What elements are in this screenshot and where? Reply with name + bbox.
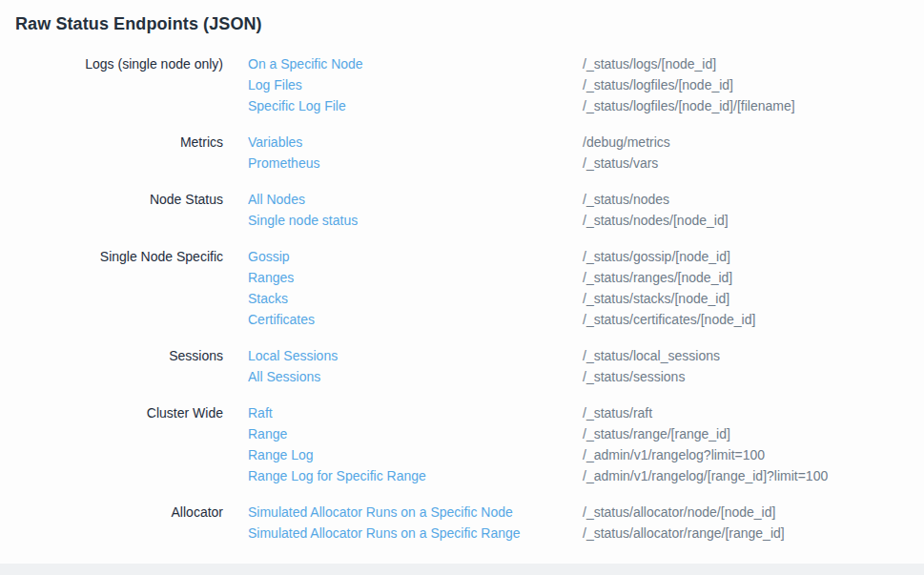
endpoint-row: Simulated Allocator Runs on a Specific R…: [248, 523, 924, 544]
section-rows: Simulated Allocator Runs on a Specific N…: [248, 502, 924, 544]
endpoint-row: Single node status /_status/nodes/[node_…: [248, 210, 924, 231]
endpoint-row: Specific Log File /_status/logfiles/[nod…: [248, 95, 924, 116]
endpoint-link[interactable]: Simulated Allocator Runs on a Specific R…: [248, 523, 583, 544]
endpoint-path: /_status/nodes: [583, 189, 669, 210]
category-label: Allocator: [0, 502, 248, 523]
endpoint-path: /_status/logfiles/[node_id]: [583, 74, 733, 95]
endpoint-row: Stacks /_status/stacks/[node_id]: [248, 288, 924, 309]
endpoint-path: /_status/raft: [583, 402, 652, 423]
endpoint-path: /_admin/v1/rangelog?limit=100: [583, 444, 765, 465]
page-title: Raw Status Endpoints (JSON): [15, 13, 924, 34]
endpoint-link[interactable]: Local Sessions: [248, 345, 583, 366]
endpoint-row: Range Log /_admin/v1/rangelog?limit=100: [248, 444, 924, 465]
endpoint-section: Metrics Variables /debug/metrics Prometh…: [0, 132, 924, 174]
endpoint-path: /_status/logs/[node_id]: [583, 53, 716, 74]
endpoint-section: Allocator Simulated Allocator Runs on a …: [0, 502, 924, 544]
endpoint-row: On a Specific Node /_status/logs/[node_i…: [248, 53, 924, 74]
section-rows: On a Specific Node /_status/logs/[node_i…: [248, 53, 924, 116]
endpoint-link[interactable]: Ranges: [248, 267, 583, 288]
endpoint-row: All Sessions /_status/sessions: [248, 366, 924, 387]
endpoint-path: /_status/ranges/[node_id]: [583, 267, 732, 288]
endpoint-section: Node Status All Nodes /_status/nodes Sin…: [0, 189, 924, 231]
endpoint-link[interactable]: Stacks: [248, 288, 583, 309]
endpoint-row: Simulated Allocator Runs on a Specific N…: [248, 502, 924, 523]
category-label: Single Node Specific: [0, 246, 248, 267]
endpoint-link[interactable]: Raft: [248, 402, 583, 423]
endpoint-path: /_status/sessions: [583, 366, 685, 387]
endpoint-path: /_status/local_sessions: [583, 345, 720, 366]
endpoint-section: Sessions Local Sessions /_status/local_s…: [0, 345, 924, 387]
endpoint-link[interactable]: All Nodes: [248, 189, 583, 210]
endpoint-link[interactable]: Single node status: [248, 210, 583, 231]
endpoint-link[interactable]: Log Files: [248, 74, 583, 95]
endpoint-link[interactable]: Specific Log File: [248, 95, 583, 116]
endpoint-link[interactable]: Prometheus: [248, 153, 583, 174]
endpoint-path: /_status/allocator/node/[node_id]: [583, 502, 775, 523]
endpoint-path: /_admin/v1/rangelog/[range_id]?limit=100: [583, 465, 828, 486]
footer-strip: [0, 564, 924, 575]
endpoint-row: Log Files /_status/logfiles/[node_id]: [248, 74, 924, 95]
category-label: Cluster Wide: [0, 402, 248, 423]
section-rows: Local Sessions /_status/local_sessions A…: [248, 345, 924, 387]
endpoint-link[interactable]: Range: [248, 423, 583, 444]
endpoint-row: Raft /_status/raft: [248, 402, 924, 423]
category-label: Metrics: [0, 132, 248, 153]
section-rows: All Nodes /_status/nodes Single node sta…: [248, 189, 924, 231]
endpoint-link[interactable]: Range Log: [248, 444, 583, 465]
endpoint-row: Range Log for Specific Range /_admin/v1/…: [248, 465, 924, 486]
section-rows: Raft /_status/raft Range /_status/range/…: [248, 402, 924, 486]
endpoint-row: Prometheus /_status/vars: [248, 153, 924, 174]
endpoint-section: Logs (single node only) On a Specific No…: [0, 53, 924, 116]
endpoint-row: Gossip /_status/gossip/[node_id]: [248, 246, 924, 267]
endpoint-path: /_status/vars: [583, 153, 658, 174]
endpoint-path: /_status/range/[range_id]: [583, 423, 730, 444]
endpoint-link[interactable]: Certificates: [248, 309, 583, 330]
endpoint-row: Local Sessions /_status/local_sessions: [248, 345, 924, 366]
endpoint-path: /_status/gossip/[node_id]: [583, 246, 730, 267]
endpoint-path: /_status/nodes/[node_id]: [583, 210, 729, 231]
section-rows: Variables /debug/metrics Prometheus /_st…: [248, 132, 924, 174]
endpoint-row: Range /_status/range/[range_id]: [248, 423, 924, 444]
endpoint-link[interactable]: On a Specific Node: [248, 53, 583, 74]
section-rows: Gossip /_status/gossip/[node_id] Ranges …: [248, 246, 924, 330]
endpoint-link[interactable]: Simulated Allocator Runs on a Specific N…: [248, 502, 583, 523]
endpoints-table: Logs (single node only) On a Specific No…: [0, 53, 924, 544]
category-label: Node Status: [0, 189, 248, 210]
endpoint-row: Variables /debug/metrics: [248, 132, 924, 153]
endpoint-link[interactable]: Range Log for Specific Range: [248, 465, 583, 486]
category-label: Sessions: [0, 345, 248, 366]
endpoint-path: /_status/logfiles/[node_id]/[filename]: [583, 95, 795, 116]
endpoint-link[interactable]: All Sessions: [248, 366, 583, 387]
endpoint-row: All Nodes /_status/nodes: [248, 189, 924, 210]
endpoint-row: Ranges /_status/ranges/[node_id]: [248, 267, 924, 288]
endpoint-link[interactable]: Variables: [248, 132, 583, 153]
endpoint-path: /_status/allocator/range/[range_id]: [583, 523, 785, 544]
category-label: Logs (single node only): [0, 53, 248, 74]
endpoint-path: /_status/certificates/[node_id]: [583, 309, 755, 330]
endpoint-path: /debug/metrics: [583, 132, 670, 153]
endpoint-row: Certificates /_status/certificates/[node…: [248, 309, 924, 330]
endpoint-path: /_status/stacks/[node_id]: [583, 288, 729, 309]
endpoint-link[interactable]: Gossip: [248, 246, 583, 267]
endpoint-section: Cluster Wide Raft /_status/raft Range /_…: [0, 402, 924, 486]
endpoint-section: Single Node Specific Gossip /_status/gos…: [0, 246, 924, 330]
